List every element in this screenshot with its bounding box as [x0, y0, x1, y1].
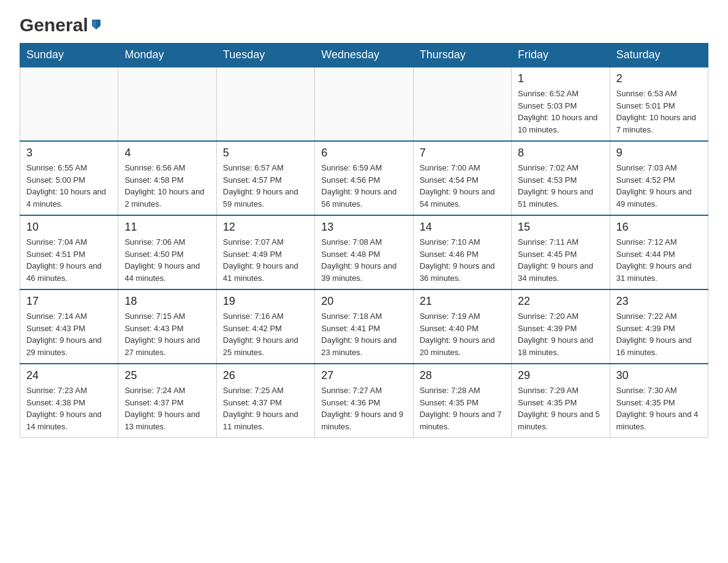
calendar-cell: 20Sunrise: 7:18 AM Sunset: 4:41 PM Dayli…	[315, 289, 413, 364]
day-number: 9	[616, 147, 702, 159]
day-number: 1	[518, 72, 603, 85]
calendar-cell	[216, 67, 314, 141]
calendar-cell	[118, 67, 216, 141]
day-info: Sunrise: 6:57 AM Sunset: 4:57 PM Dayligh…	[223, 162, 308, 210]
day-info: Sunrise: 7:11 AM Sunset: 4:45 PM Dayligh…	[518, 236, 603, 284]
calendar-cell	[413, 67, 511, 141]
calendar-cell: 11Sunrise: 7:06 AM Sunset: 4:50 PM Dayli…	[118, 215, 216, 289]
calendar-cell: 28Sunrise: 7:28 AM Sunset: 4:35 PM Dayli…	[413, 364, 511, 438]
day-info: Sunrise: 7:10 AM Sunset: 4:46 PM Dayligh…	[420, 236, 505, 284]
day-number: 12	[223, 221, 308, 234]
calendar-cell: 24Sunrise: 7:23 AM Sunset: 4:38 PM Dayli…	[20, 364, 118, 438]
day-info: Sunrise: 6:55 AM Sunset: 5:00 PM Dayligh…	[26, 162, 112, 210]
day-info: Sunrise: 7:03 AM Sunset: 4:52 PM Dayligh…	[616, 162, 702, 210]
calendar-cell: 25Sunrise: 7:24 AM Sunset: 4:37 PM Dayli…	[118, 364, 216, 438]
day-number: 13	[321, 221, 406, 234]
day-info: Sunrise: 7:30 AM Sunset: 4:35 PM Dayligh…	[616, 385, 702, 432]
day-number: 4	[124, 147, 210, 159]
day-info: Sunrise: 7:20 AM Sunset: 4:39 PM Dayligh…	[518, 310, 603, 358]
calendar-cell: 7Sunrise: 7:00 AM Sunset: 4:54 PM Daylig…	[413, 141, 511, 215]
day-number: 16	[616, 221, 702, 234]
day-info: Sunrise: 7:28 AM Sunset: 4:35 PM Dayligh…	[420, 385, 505, 432]
calendar-header-row: SundayMondayTuesdayWednesdayThursdayFrid…	[20, 44, 708, 67]
day-number: 5	[223, 147, 308, 159]
day-number: 17	[26, 295, 112, 308]
calendar-cell: 6Sunrise: 6:59 AM Sunset: 4:56 PM Daylig…	[315, 141, 413, 215]
calendar-cell: 3Sunrise: 6:55 AM Sunset: 5:00 PM Daylig…	[20, 141, 118, 215]
day-info: Sunrise: 7:27 AM Sunset: 4:36 PM Dayligh…	[321, 385, 406, 432]
calendar-header-monday: Monday	[118, 44, 216, 67]
day-number: 30	[616, 369, 702, 382]
calendar-cell: 17Sunrise: 7:14 AM Sunset: 4:43 PM Dayli…	[20, 289, 118, 364]
calendar-cell: 26Sunrise: 7:25 AM Sunset: 4:37 PM Dayli…	[216, 364, 314, 438]
day-number: 11	[124, 221, 210, 234]
day-number: 23	[616, 295, 702, 308]
calendar-week-row-3: 10Sunrise: 7:04 AM Sunset: 4:51 PM Dayli…	[20, 215, 708, 289]
day-number: 3	[26, 147, 112, 159]
day-info: Sunrise: 7:04 AM Sunset: 4:51 PM Dayligh…	[26, 236, 112, 284]
day-info: Sunrise: 7:25 AM Sunset: 4:37 PM Dayligh…	[223, 385, 308, 432]
calendar-cell: 22Sunrise: 7:20 AM Sunset: 4:39 PM Dayli…	[512, 289, 610, 364]
calendar-week-row-1: 1Sunrise: 6:52 AM Sunset: 5:03 PM Daylig…	[20, 67, 708, 141]
day-info: Sunrise: 6:59 AM Sunset: 4:56 PM Dayligh…	[321, 162, 406, 210]
calendar-header-sunday: Sunday	[20, 44, 118, 67]
day-info: Sunrise: 7:00 AM Sunset: 4:54 PM Dayligh…	[420, 162, 505, 210]
day-info: Sunrise: 7:08 AM Sunset: 4:48 PM Dayligh…	[321, 236, 406, 284]
calendar-table: SundayMondayTuesdayWednesdayThursdayFrid…	[20, 43, 708, 438]
day-info: Sunrise: 7:07 AM Sunset: 4:49 PM Dayligh…	[223, 236, 308, 284]
day-number: 14	[420, 221, 505, 234]
day-number: 22	[518, 295, 603, 308]
calendar-cell: 29Sunrise: 7:29 AM Sunset: 4:35 PM Dayli…	[512, 364, 610, 438]
day-number: 10	[26, 221, 112, 234]
calendar-cell	[315, 67, 413, 141]
calendar-cell: 27Sunrise: 7:27 AM Sunset: 4:36 PM Dayli…	[315, 364, 413, 438]
calendar-cell: 12Sunrise: 7:07 AM Sunset: 4:49 PM Dayli…	[216, 215, 314, 289]
day-number: 25	[124, 369, 210, 382]
calendar-header-tuesday: Tuesday	[216, 44, 314, 67]
day-number: 29	[518, 369, 603, 382]
day-info: Sunrise: 7:12 AM Sunset: 4:44 PM Dayligh…	[616, 236, 702, 284]
logo-general-g: G	[20, 15, 34, 36]
day-info: Sunrise: 7:06 AM Sunset: 4:50 PM Dayligh…	[124, 236, 210, 284]
day-number: 2	[616, 72, 702, 85]
calendar-week-row-4: 17Sunrise: 7:14 AM Sunset: 4:43 PM Dayli…	[20, 289, 708, 364]
day-info: Sunrise: 7:18 AM Sunset: 4:41 PM Dayligh…	[321, 310, 406, 358]
day-number: 24	[26, 369, 112, 382]
day-info: Sunrise: 7:24 AM Sunset: 4:37 PM Dayligh…	[124, 385, 210, 432]
calendar-cell: 2Sunrise: 6:53 AM Sunset: 5:01 PM Daylig…	[610, 67, 708, 141]
day-info: Sunrise: 7:15 AM Sunset: 4:43 PM Dayligh…	[124, 310, 210, 358]
calendar-cell	[20, 67, 118, 141]
day-number: 20	[321, 295, 406, 308]
calendar-header-thursday: Thursday	[413, 44, 511, 67]
calendar-cell: 5Sunrise: 6:57 AM Sunset: 4:57 PM Daylig…	[216, 141, 314, 215]
day-info: Sunrise: 7:19 AM Sunset: 4:40 PM Dayligh…	[420, 310, 505, 358]
calendar-cell: 13Sunrise: 7:08 AM Sunset: 4:48 PM Dayli…	[315, 215, 413, 289]
svg-marker-2	[92, 20, 96, 29]
calendar-cell: 16Sunrise: 7:12 AM Sunset: 4:44 PM Dayli…	[610, 215, 708, 289]
calendar-cell: 19Sunrise: 7:16 AM Sunset: 4:42 PM Dayli…	[216, 289, 314, 364]
calendar-week-row-2: 3Sunrise: 6:55 AM Sunset: 5:00 PM Daylig…	[20, 141, 708, 215]
calendar-cell: 14Sunrise: 7:10 AM Sunset: 4:46 PM Dayli…	[413, 215, 511, 289]
day-number: 7	[420, 147, 505, 159]
day-info: Sunrise: 7:16 AM Sunset: 4:42 PM Dayligh…	[223, 310, 308, 358]
calendar-cell: 8Sunrise: 7:02 AM Sunset: 4:53 PM Daylig…	[512, 141, 610, 215]
logo-arrow-icon	[89, 17, 103, 33]
day-info: Sunrise: 7:23 AM Sunset: 4:38 PM Dayligh…	[26, 385, 112, 432]
calendar-cell: 1Sunrise: 6:52 AM Sunset: 5:03 PM Daylig…	[512, 67, 610, 141]
day-info: Sunrise: 6:52 AM Sunset: 5:03 PM Dayligh…	[518, 88, 603, 136]
calendar-header-friday: Friday	[512, 44, 610, 67]
day-number: 8	[518, 147, 603, 159]
day-number: 6	[321, 147, 406, 159]
calendar-cell: 23Sunrise: 7:22 AM Sunset: 4:39 PM Dayli…	[610, 289, 708, 364]
day-number: 18	[124, 295, 210, 308]
day-info: Sunrise: 7:29 AM Sunset: 4:35 PM Dayligh…	[518, 385, 603, 432]
day-info: Sunrise: 6:53 AM Sunset: 5:01 PM Dayligh…	[616, 88, 702, 136]
calendar-cell: 4Sunrise: 6:56 AM Sunset: 4:58 PM Daylig…	[118, 141, 216, 215]
day-number: 21	[420, 295, 505, 308]
logo: G eneral	[20, 15, 103, 36]
day-number: 28	[420, 369, 505, 382]
day-info: Sunrise: 7:02 AM Sunset: 4:53 PM Dayligh…	[518, 162, 603, 210]
calendar-header-wednesday: Wednesday	[315, 44, 413, 67]
day-info: Sunrise: 7:14 AM Sunset: 4:43 PM Dayligh…	[26, 310, 112, 358]
calendar-cell: 15Sunrise: 7:11 AM Sunset: 4:45 PM Dayli…	[512, 215, 610, 289]
